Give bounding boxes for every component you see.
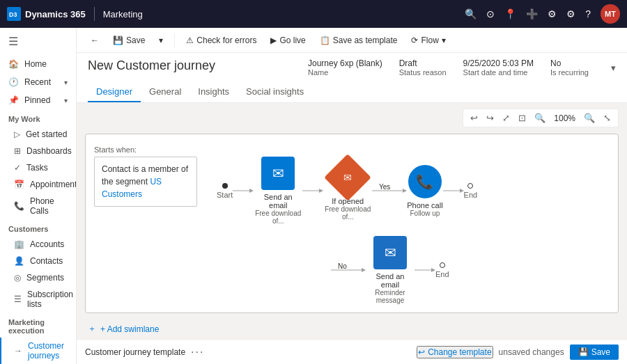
go-live-button[interactable]: ▶ Go live [265, 33, 311, 48]
sidebar-item-pinned[interactable]: 📌 Pinned ▾ [0, 91, 76, 109]
tab-insights[interactable]: Insights [189, 82, 238, 102]
start-dot [222, 183, 228, 189]
flow-icon: ⟳ [411, 35, 418, 45]
phone-node[interactable]: 📞 Phone call Follow up [407, 165, 442, 217]
sidebar: ☰ 🏠 Home 🕐 Recent ▾ 📌 Pinned ▾ My Work ▷… [0, 28, 77, 364]
content-area: ← 💾 Save ▾ ⚠ Check for errors ▶ Go live … [77, 28, 627, 364]
journey-name-value: Journey 6xp (Blank) [308, 58, 382, 68]
diamond-node[interactable]: ✉ If opened Free download of... [323, 161, 372, 221]
dynamics-logo-icon: D3 [7, 7, 21, 21]
change-template-label: Change template [428, 347, 491, 357]
arrow-email-diamond [302, 184, 323, 198]
template-label: Customer journey template [85, 347, 185, 357]
status-label: Status reason [399, 68, 447, 77]
tab-designer[interactable]: Designer [88, 82, 141, 102]
email2-node[interactable]: ✉ Send an email Reminder message [366, 236, 415, 304]
help-icon[interactable]: ? [585, 8, 591, 19]
sidebar-item-phone-calls[interactable]: 📞 Phone Calls [0, 193, 76, 219]
email-node[interactable]: ✉ Send an email Free download of... [254, 157, 302, 225]
tab-social-insights[interactable]: Social insights [238, 82, 312, 102]
save-dropdown-icon: ▾ [159, 35, 163, 45]
module-name: Marketing [103, 9, 143, 19]
sidebar-item-contacts[interactable]: 👤 Contacts [0, 253, 76, 269]
svg-text:D3: D3 [9, 11, 17, 18]
redo-icon[interactable]: ↪ [483, 111, 497, 125]
check-errors-button[interactable]: ⚠ Check for errors [180, 33, 262, 48]
fullscreen2-icon[interactable]: ⤡ [601, 111, 614, 125]
sidebar-item-home[interactable]: 🏠 Home [0, 55, 76, 73]
email2-node-icon: ✉ [373, 236, 407, 269]
flow-top-row: Start ✉ Send an email Free download of..… [217, 157, 607, 225]
add-icon[interactable]: ➕ [526, 8, 538, 19]
arrow-phone-end [443, 184, 464, 198]
end-yes-label: End [464, 191, 478, 199]
starts-when-label: Starts when: [94, 145, 197, 154]
email2-node-label: Send an email [366, 272, 415, 289]
starts-when-text: Contact is a member of the segment [102, 164, 188, 187]
back-button[interactable]: ← [85, 33, 104, 48]
tab-general[interactable]: General [141, 82, 189, 102]
arrow-start-email [233, 184, 254, 198]
meta-recurring: No Is recurring [550, 58, 589, 77]
change-template-icon: ↩ [418, 347, 425, 357]
zoom-in-icon[interactable]: 🔍 [581, 111, 598, 125]
user-avatar[interactable]: MT [601, 4, 620, 24]
app-logo[interactable]: D3 Dynamics 365 [7, 7, 86, 21]
page-header-top: New Customer journey Journey 6xp (Blank)… [88, 58, 616, 77]
bottom-save-button[interactable]: 💾 Save [570, 345, 619, 360]
sidebar-item-customer-journeys[interactable]: → Customer journeys [0, 338, 76, 364]
zoom-out-icon[interactable]: 🔍 [532, 111, 548, 125]
save-template-button[interactable]: 📋 Save as template [314, 33, 403, 48]
check-icon: ⚠ [186, 35, 194, 45]
meta-status: Draft Status reason [399, 58, 447, 77]
starts-when-box[interactable]: Contact is a member of the segment US Cu… [94, 157, 197, 207]
search-icon[interactable]: 🔍 [465, 8, 477, 19]
bottom-bar-left: Customer journey template ··· [85, 346, 204, 358]
sidebar-item-get-started[interactable]: ▷ Get started [0, 126, 76, 143]
phone-node-sublabel: Follow up [410, 209, 440, 217]
location-icon[interactable]: 📍 [504, 8, 516, 19]
fit-icon[interactable]: ⊡ [516, 111, 529, 125]
save-icon: 💾 [113, 35, 123, 45]
phone-node-icon: 📞 [408, 165, 442, 198]
nav-divider [94, 7, 95, 21]
svg-text:No: No [338, 263, 347, 270]
undo-icon[interactable]: ↩ [467, 111, 481, 125]
hamburger-menu[interactable]: ☰ [0, 28, 76, 55]
bottom-save-label: Save [591, 347, 610, 357]
sidebar-item-dashboards[interactable]: ⊞ Dashboards [0, 143, 76, 159]
sidebar-item-subscription-lists[interactable]: ☰ Subscription lists [0, 286, 76, 312]
recurring-label: Is recurring [550, 68, 589, 77]
save-button[interactable]: 💾 Save [107, 33, 150, 48]
end-no-node: End [435, 262, 449, 278]
change-template-button[interactable]: ↩ Change template [417, 346, 493, 358]
end-no-label: End [435, 270, 449, 278]
swimlane: Starts when: Contact is a member of the … [85, 134, 619, 313]
add-swimlane-button[interactable]: ＋ + Add swimlane [85, 316, 619, 342]
recent-icon[interactable]: ⊙ [486, 8, 495, 19]
email-node-label: Send an email [254, 193, 302, 209]
bottom-save-icon: 💾 [578, 347, 589, 357]
template-icon: 📋 [320, 35, 330, 45]
recent-nav-icon: 🕐 [8, 77, 19, 87]
flow-button[interactable]: ⟳ Flow ▾ [405, 33, 451, 48]
save-dropdown-button[interactable]: ▾ [153, 33, 169, 48]
fullscreen-icon[interactable]: ⤢ [500, 111, 513, 125]
filter-icon[interactable]: ⚙ [548, 8, 557, 19]
page-header: New Customer journey Journey 6xp (Blank)… [77, 53, 627, 103]
meta-chevron-icon[interactable]: ▾ [611, 63, 616, 73]
sidebar-item-recent[interactable]: 🕐 Recent ▾ [0, 73, 76, 91]
sidebar-item-accounts[interactable]: 🏢 Accounts [0, 236, 76, 253]
sidebar-item-appointments[interactable]: 📅 Appointments [0, 176, 76, 193]
page-meta: Journey 6xp (Blank) Name Draft Status re… [308, 58, 616, 77]
settings-icon[interactable]: ⚙ [566, 8, 575, 19]
tasks-icon: ✓ [14, 163, 21, 173]
subscription-icon: ☰ [14, 294, 22, 304]
sidebar-item-tasks[interactable]: ✓ Tasks [0, 159, 76, 176]
sidebar-item-segments[interactable]: ◎ Segments [0, 269, 76, 286]
meta-name: Journey 6xp (Blank) Name [308, 58, 382, 77]
get-started-icon: ▷ [14, 129, 20, 139]
start-node: Start [217, 183, 233, 199]
contacts-icon: 👤 [14, 256, 24, 266]
more-options-icon[interactable]: ··· [191, 346, 204, 358]
